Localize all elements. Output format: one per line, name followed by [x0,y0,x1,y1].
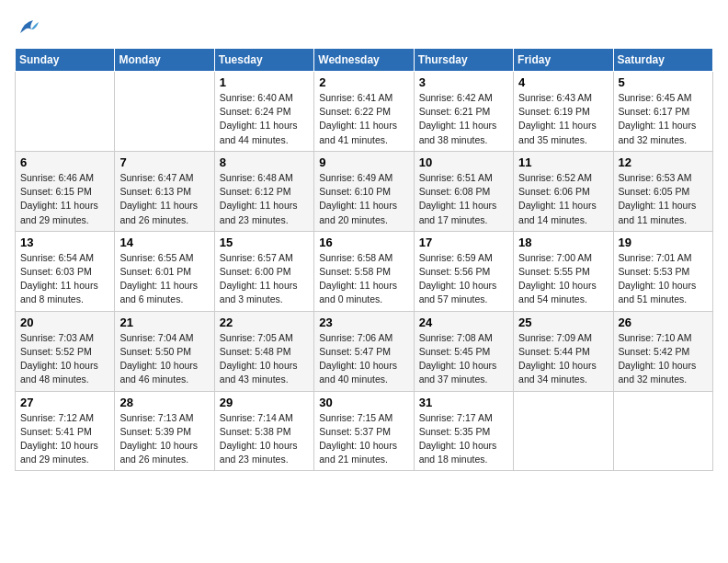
calendar-cell: 29Sunrise: 7:14 AMSunset: 5:38 PMDayligh… [214,391,313,471]
day-info: Sunrise: 6:45 AMSunset: 6:17 PMDaylight:… [619,91,708,147]
day-info: Sunrise: 7:14 AMSunset: 5:38 PMDaylight:… [220,411,309,467]
day-info: Sunrise: 6:40 AMSunset: 6:24 PMDaylight:… [220,91,309,147]
day-info: Sunrise: 6:47 AMSunset: 6:13 PMDaylight:… [119,171,209,227]
calendar-cell: 18Sunrise: 7:00 AMSunset: 5:55 PMDayligh… [514,231,613,311]
day-number: 30 [319,396,408,409]
day-number: 28 [119,396,209,409]
day-number: 1 [220,75,309,89]
day-info: Sunrise: 6:55 AMSunset: 6:01 PMDaylight:… [119,251,209,307]
weekday-header: Saturday [613,49,712,72]
calendar-cell: 10Sunrise: 6:51 AMSunset: 6:08 PMDayligh… [414,151,513,231]
day-number: 20 [20,316,109,329]
day-number: 4 [518,75,608,89]
calendar-cell: 30Sunrise: 7:15 AMSunset: 5:37 PMDayligh… [314,391,414,471]
calendar-cell: 23Sunrise: 7:06 AMSunset: 5:47 PMDayligh… [314,311,414,391]
day-info: Sunrise: 7:09 AMSunset: 5:44 PMDaylight:… [518,331,608,387]
day-info: Sunrise: 7:06 AMSunset: 5:47 PMDaylight:… [319,331,408,387]
calendar-cell: 14Sunrise: 6:55 AMSunset: 6:01 PMDayligh… [115,231,214,311]
day-number: 15 [220,236,309,249]
calendar-cell: 6Sunrise: 6:46 AMSunset: 6:15 PMDaylight… [16,151,115,231]
day-number: 8 [220,155,309,169]
calendar-cell: 7Sunrise: 6:47 AMSunset: 6:13 PMDaylight… [115,151,214,231]
weekday-header: Tuesday [214,49,313,72]
calendar-week-row: 6Sunrise: 6:46 AMSunset: 6:15 PMDaylight… [16,151,713,231]
calendar-cell: 31Sunrise: 7:17 AMSunset: 5:35 PMDayligh… [414,391,513,471]
calendar-cell [613,391,712,471]
day-info: Sunrise: 7:13 AMSunset: 5:39 PMDaylight:… [119,411,209,467]
logo-bird-icon [15,15,40,40]
day-info: Sunrise: 6:59 AMSunset: 5:56 PMDaylight:… [419,251,508,307]
day-number: 13 [20,236,109,249]
day-number: 5 [619,75,708,89]
day-number: 3 [419,75,508,89]
weekday-header: Sunday [16,49,115,72]
day-number: 21 [119,316,209,329]
day-info: Sunrise: 7:08 AMSunset: 5:45 PMDaylight:… [419,331,508,387]
day-number: 26 [619,316,708,329]
calendar-cell: 16Sunrise: 6:58 AMSunset: 5:58 PMDayligh… [314,231,414,311]
logo [15,15,44,40]
day-info: Sunrise: 6:57 AMSunset: 6:00 PMDaylight:… [220,251,309,307]
day-info: Sunrise: 7:00 AMSunset: 5:55 PMDaylight:… [518,251,608,307]
calendar-cell: 4Sunrise: 6:43 AMSunset: 6:19 PMDaylight… [514,72,613,152]
calendar-cell [16,72,115,152]
day-info: Sunrise: 7:05 AMSunset: 5:48 PMDaylight:… [220,331,309,387]
calendar-week-row: 20Sunrise: 7:03 AMSunset: 5:52 PMDayligh… [16,311,713,391]
calendar-cell: 9Sunrise: 6:49 AMSunset: 6:10 PMDaylight… [314,151,414,231]
day-number: 14 [119,236,209,249]
calendar-cell: 26Sunrise: 7:10 AMSunset: 5:42 PMDayligh… [613,311,712,391]
day-info: Sunrise: 7:04 AMSunset: 5:50 PMDaylight:… [119,331,209,387]
calendar-cell: 22Sunrise: 7:05 AMSunset: 5:48 PMDayligh… [214,311,313,391]
calendar-cell: 19Sunrise: 7:01 AMSunset: 5:53 PMDayligh… [613,231,712,311]
calendar-cell: 17Sunrise: 6:59 AMSunset: 5:56 PMDayligh… [414,231,513,311]
day-info: Sunrise: 7:12 AMSunset: 5:41 PMDaylight:… [20,411,109,467]
calendar-table: SundayMondayTuesdayWednesdayThursdayFrid… [15,48,713,471]
day-info: Sunrise: 6:46 AMSunset: 6:15 PMDaylight:… [20,171,109,227]
day-number: 23 [319,316,408,329]
day-number: 27 [20,396,109,409]
day-info: Sunrise: 6:43 AMSunset: 6:19 PMDaylight:… [518,91,608,147]
day-number: 6 [20,155,109,169]
day-number: 10 [419,155,508,169]
calendar-cell: 2Sunrise: 6:41 AMSunset: 6:22 PMDaylight… [314,72,414,152]
calendar-cell: 12Sunrise: 6:53 AMSunset: 6:05 PMDayligh… [613,151,712,231]
day-number: 17 [419,236,508,249]
calendar-week-row: 27Sunrise: 7:12 AMSunset: 5:41 PMDayligh… [16,391,713,471]
day-number: 19 [619,236,708,249]
day-number: 12 [619,155,708,169]
calendar-cell: 24Sunrise: 7:08 AMSunset: 5:45 PMDayligh… [414,311,513,391]
day-number: 29 [220,396,309,409]
day-info: Sunrise: 7:15 AMSunset: 5:37 PMDaylight:… [319,411,408,467]
calendar-cell: 11Sunrise: 6:52 AMSunset: 6:06 PMDayligh… [514,151,613,231]
day-info: Sunrise: 6:52 AMSunset: 6:06 PMDaylight:… [518,171,608,227]
calendar-cell: 13Sunrise: 6:54 AMSunset: 6:03 PMDayligh… [16,231,115,311]
calendar-cell: 28Sunrise: 7:13 AMSunset: 5:39 PMDayligh… [115,391,214,471]
weekday-header: Wednesday [314,49,414,72]
calendar-week-row: 13Sunrise: 6:54 AMSunset: 6:03 PMDayligh… [16,231,713,311]
day-number: 7 [119,155,209,169]
day-info: Sunrise: 7:03 AMSunset: 5:52 PMDaylight:… [20,331,109,387]
calendar-cell: 21Sunrise: 7:04 AMSunset: 5:50 PMDayligh… [115,311,214,391]
calendar-cell: 8Sunrise: 6:48 AMSunset: 6:12 PMDaylight… [214,151,313,231]
weekday-header: Monday [115,49,214,72]
day-info: Sunrise: 7:10 AMSunset: 5:42 PMDaylight:… [619,331,708,387]
day-number: 11 [518,155,608,169]
day-number: 24 [419,316,508,329]
weekday-header: Friday [514,49,613,72]
day-number: 16 [319,236,408,249]
calendar-cell: 3Sunrise: 6:42 AMSunset: 6:21 PMDaylight… [414,72,513,152]
calendar-cell: 5Sunrise: 6:45 AMSunset: 6:17 PMDaylight… [613,72,712,152]
calendar-cell [115,72,214,152]
day-number: 31 [419,396,508,409]
day-info: Sunrise: 7:01 AMSunset: 5:53 PMDaylight:… [619,251,708,307]
day-number: 18 [518,236,608,249]
calendar-cell: 1Sunrise: 6:40 AMSunset: 6:24 PMDaylight… [214,72,313,152]
day-info: Sunrise: 6:54 AMSunset: 6:03 PMDaylight:… [20,251,109,307]
calendar-cell: 27Sunrise: 7:12 AMSunset: 5:41 PMDayligh… [16,391,115,471]
page-header [15,15,713,40]
day-info: Sunrise: 6:51 AMSunset: 6:08 PMDaylight:… [419,171,508,227]
day-number: 2 [319,75,408,89]
calendar-cell: 20Sunrise: 7:03 AMSunset: 5:52 PMDayligh… [16,311,115,391]
day-info: Sunrise: 7:17 AMSunset: 5:35 PMDaylight:… [419,411,508,467]
day-info: Sunrise: 6:48 AMSunset: 6:12 PMDaylight:… [220,171,309,227]
